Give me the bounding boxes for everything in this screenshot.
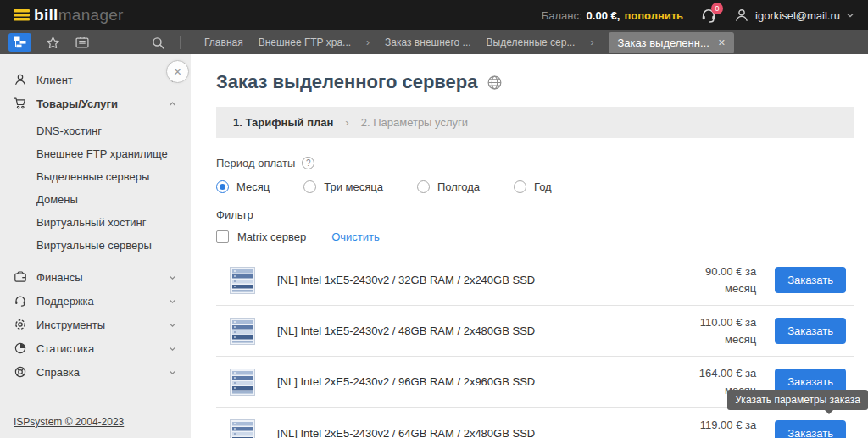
user-menu[interactable]: igorkisel@mail.ru bbox=[734, 8, 854, 23]
table-row: [NL] Intel 1xE5-2430v2 / 32GB RAM / 2x24… bbox=[216, 255, 854, 306]
step-separator: › bbox=[345, 116, 348, 129]
logo-text-light: manager bbox=[58, 6, 124, 24]
sidebar-item-products[interactable]: Товары/Услуги bbox=[0, 91, 191, 115]
radio-button[interactable] bbox=[417, 180, 430, 193]
server-rack-icon bbox=[230, 318, 255, 345]
chevron-up-icon bbox=[168, 99, 177, 108]
payment-period-section: Период оплаты ? Месяц Три месяца Полгода bbox=[216, 157, 854, 193]
order-button[interactable]: Заказать bbox=[775, 267, 846, 293]
filter-section: Фильтр Matrix сервер Очистить bbox=[216, 208, 854, 243]
tab-bar: Главная Внешнее FTP хра... › Заказ внешн… bbox=[0, 30, 868, 54]
chevron-down-icon bbox=[168, 368, 177, 377]
billmanager-logo-icon bbox=[14, 9, 30, 21]
user-icon bbox=[734, 8, 749, 23]
sidebar-collapse-button[interactable]: ✕ bbox=[166, 60, 189, 83]
clear-filter-link[interactable]: Очистить bbox=[331, 230, 380, 243]
radio-button-selected[interactable] bbox=[216, 180, 229, 193]
plan-name: [NL] Intel 2xE5-2430v2 / 64GB RAM / 2x48… bbox=[277, 427, 667, 438]
radio-three-months[interactable]: Три месяца bbox=[303, 180, 383, 193]
radio-button[interactable] bbox=[303, 180, 316, 193]
tab-order-dedicated-active[interactable]: Заказ выделенн... ✕ bbox=[609, 32, 734, 53]
chevron-down-icon bbox=[168, 320, 177, 330]
plan-price-amount: 119.00 € за bbox=[700, 419, 756, 431]
tab-active-label: Заказ выделенн... bbox=[617, 36, 709, 49]
filter-label: Фильтр bbox=[216, 208, 854, 221]
server-rack-icon bbox=[230, 267, 255, 294]
favorites-star-icon[interactable] bbox=[46, 36, 60, 50]
sidebar-item-help[interactable]: Справка bbox=[0, 360, 191, 384]
sidebar-item-tools[interactable]: Инструменты bbox=[0, 313, 191, 336]
gear-icon bbox=[14, 318, 27, 331]
sidebar-item-virtual-hosting[interactable]: Виртуальный хостинг bbox=[0, 211, 191, 234]
sidebar-item-support[interactable]: Поддержка bbox=[0, 289, 191, 313]
plan-price-amount: 164.00 € за bbox=[699, 367, 756, 380]
chevron-down-icon bbox=[168, 273, 177, 282]
sidebar-item-statistics[interactable]: Статистика bbox=[0, 336, 191, 360]
toolbar-divider bbox=[180, 36, 181, 49]
close-icon[interactable]: ✕ bbox=[718, 37, 726, 48]
sidebar: ✕ Клиент Товары/Услуги bbox=[0, 54, 191, 438]
sidebar-item-virtual-servers[interactable]: Виртуальные серверы bbox=[0, 234, 191, 257]
sidebar-item-dns-hosting[interactable]: DNS-хостинг bbox=[0, 119, 191, 142]
radio-month[interactable]: Месяц bbox=[216, 180, 270, 193]
radio-button[interactable] bbox=[514, 180, 526, 193]
plan-price-amount: 110.00 € за bbox=[700, 316, 756, 329]
plan-price-period: месяц bbox=[725, 435, 756, 438]
tab-external-ftp[interactable]: Внешнее FTP хра... bbox=[259, 36, 351, 48]
tab-dedicated-servers[interactable]: Выделенные сер... bbox=[487, 36, 576, 48]
topup-link[interactable]: пополнить bbox=[624, 9, 683, 22]
order-button-tooltip: Указать параметры заказа bbox=[727, 390, 868, 410]
plan-price: 119.00 € за месяц bbox=[667, 417, 756, 438]
matrix-server-checkbox-label[interactable]: Matrix сервер bbox=[237, 230, 306, 243]
sidebar-item-domains[interactable]: Домены bbox=[0, 188, 191, 211]
main-content: Заказ выделенного сервера 1. Тарифный пл… bbox=[191, 54, 868, 438]
order-button[interactable]: Заказать bbox=[775, 318, 846, 344]
radio-half-year[interactable]: Полгода bbox=[417, 180, 480, 193]
dashboard-card-icon[interactable] bbox=[75, 36, 90, 50]
top-bar: billmanager Баланс: 0.00 €, пополнить 0 bbox=[0, 0, 868, 30]
search-icon[interactable] bbox=[151, 36, 165, 50]
chevron-down-icon bbox=[168, 344, 177, 353]
pie-chart-icon bbox=[14, 341, 27, 355]
radio-label: Полгода bbox=[437, 180, 480, 193]
sidebar-item-external-ftp[interactable]: Внешнее FTP хранилище bbox=[0, 142, 191, 165]
support-notifications-button[interactable]: 0 bbox=[700, 7, 717, 24]
radio-label: Три месяца bbox=[324, 180, 383, 193]
sitemap-icon bbox=[14, 36, 26, 48]
sidebar-item-client[interactable]: Клиент bbox=[0, 68, 191, 91]
logo-text-bold: bill bbox=[34, 6, 58, 24]
tariff-plans-list: [NL] Intel 1xE5-2430v2 / 32GB RAM / 2x24… bbox=[216, 255, 854, 438]
globe-icon[interactable] bbox=[487, 75, 503, 91]
person-icon bbox=[14, 73, 27, 86]
matrix-server-checkbox[interactable] bbox=[216, 230, 229, 243]
order-button[interactable]: Заказать bbox=[775, 420, 846, 438]
server-rack-icon bbox=[230, 419, 255, 438]
sidebar-item-label: Справка bbox=[36, 366, 80, 379]
plan-price: 90.00 € за месяц bbox=[667, 263, 756, 297]
sidebar-item-finance[interactable]: Финансы bbox=[0, 265, 191, 289]
radio-label: Год bbox=[534, 180, 552, 193]
sidebar-item-label: Товары/Услуги bbox=[36, 97, 118, 110]
main-menu-button[interactable] bbox=[8, 33, 31, 52]
step-service-params: 2. Параметры услуги bbox=[361, 116, 468, 129]
sidebar-item-dedicated-servers[interactable]: Выделенные серверы bbox=[0, 165, 191, 188]
page-title: Заказ выделенного сервера bbox=[216, 71, 478, 93]
balance-value: 0.00 €, bbox=[587, 9, 620, 22]
open-tabs: Главная Внешнее FTP хра... › Заказ внешн… bbox=[204, 30, 734, 54]
sidebar-item-label: Статистика bbox=[36, 342, 94, 355]
table-row: [NL] Intel 2xE5-2430v2 / 64GB RAM / 2x48… bbox=[216, 408, 854, 438]
step-tariff-plan[interactable]: 1. Тарифный план bbox=[233, 116, 333, 129]
sidebar-item-label: Клиент bbox=[36, 74, 73, 86]
radio-label: Месяц bbox=[236, 180, 270, 193]
tab-order-external[interactable]: Заказ внешнего ... bbox=[385, 36, 471, 48]
help-icon[interactable]: ? bbox=[302, 157, 314, 169]
radio-year[interactable]: Год bbox=[514, 180, 552, 193]
server-rack-icon bbox=[230, 369, 255, 396]
notification-badge: 0 bbox=[711, 3, 723, 14]
payment-period-label: Период оплаты bbox=[216, 157, 295, 169]
wallet-icon bbox=[14, 270, 27, 284]
tab-home[interactable]: Главная bbox=[204, 36, 243, 48]
billmanager-logo[interactable]: billmanager bbox=[14, 6, 124, 25]
plan-price-period: месяц bbox=[725, 282, 756, 295]
ispsystem-copyright-link[interactable]: ISPsystem © 2004-2023 bbox=[14, 416, 124, 428]
